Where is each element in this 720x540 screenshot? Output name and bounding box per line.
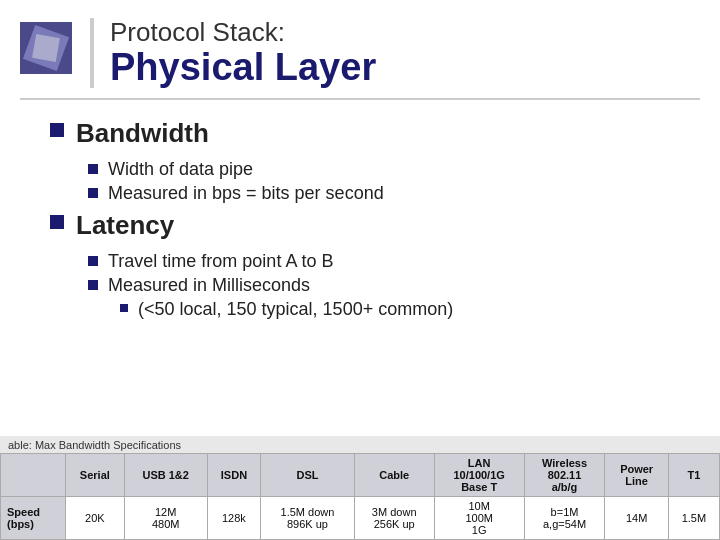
col-header-serial: Serial <box>65 454 124 497</box>
latency-label: Latency <box>76 210 174 241</box>
latency-sub-2-text: Measured in Milliseconds <box>108 275 310 296</box>
bullet-l3-marker <box>120 304 128 312</box>
cell-powerline: 14M <box>605 497 668 540</box>
latency-sub-1: Travel time from point A to B <box>88 251 690 272</box>
latency-sub-2: Measured in Milliseconds <box>88 275 690 296</box>
table-section: able: Max Bandwidth Specifications Seria… <box>0 436 720 540</box>
bandwidth-sub-1: Width of data pipe <box>88 159 690 180</box>
bandwidth-sub: Width of data pipe Measured in bps = bit… <box>88 159 690 204</box>
col-header-lan: LAN10/100/1GBase T <box>434 454 524 497</box>
bullet-l2-marker-2 <box>88 188 98 198</box>
table-row: Speed(bps) 20K 12M480M 128k 1.5M down896… <box>1 497 720 540</box>
bandwidth-sub-2: Measured in bps = bits per second <box>88 183 690 204</box>
title-main: Physical Layer <box>110 47 376 89</box>
latency-sub-3-text: (<50 local, 150 typical, 1500+ common) <box>138 299 453 320</box>
col-header-powerline: PowerLine <box>605 454 668 497</box>
bandwidth-sub-1-text: Width of data pipe <box>108 159 253 180</box>
col-header-empty <box>1 454 66 497</box>
cell-isdn: 128k <box>207 497 261 540</box>
bullet-l2-marker-lat-1 <box>88 256 98 266</box>
cell-cable: 3M down256K up <box>354 497 434 540</box>
cell-serial: 20K <box>65 497 124 540</box>
latency-sub: Travel time from point A to B Measured i… <box>88 251 690 320</box>
bullet-bandwidth: Bandwidth <box>50 118 690 149</box>
col-header-cable: Cable <box>354 454 434 497</box>
title-subtitle: Protocol Stack: <box>110 18 376 47</box>
col-header-usb: USB 1&2 <box>124 454 207 497</box>
table-caption: able: Max Bandwidth Specifications <box>0 436 720 453</box>
row-label-speed: Speed(bps) <box>1 497 66 540</box>
cell-t1: 1.5M <box>668 497 719 540</box>
latency-sub-3: (<50 local, 150 typical, 1500+ common) <box>120 299 690 320</box>
title-block: Protocol Stack: Physical Layer <box>90 18 376 88</box>
bandwidth-label: Bandwidth <box>76 118 209 149</box>
cell-wireless: b=1Ma,g=54M <box>524 497 605 540</box>
bullet-l1-marker-latency <box>50 215 64 229</box>
cell-lan: 10M100M1G <box>434 497 524 540</box>
cell-dsl: 1.5M down896K up <box>261 497 354 540</box>
col-header-t1: T1 <box>668 454 719 497</box>
logo-shape-2 <box>32 34 60 62</box>
main-content: Bandwidth Width of data pipe Measured in… <box>0 100 720 336</box>
bullet-l2-marker-lat-2 <box>88 280 98 290</box>
col-header-dsl: DSL <box>261 454 354 497</box>
header: Protocol Stack: Physical Layer <box>0 0 720 98</box>
table-header-row: Serial USB 1&2 ISDN DSL Cable LAN10/100/… <box>1 454 720 497</box>
latency-sub-1-text: Travel time from point A to B <box>108 251 333 272</box>
bandwidth-table: Serial USB 1&2 ISDN DSL Cable LAN10/100/… <box>0 453 720 540</box>
bandwidth-sub-2-text: Measured in bps = bits per second <box>108 183 384 204</box>
col-header-isdn: ISDN <box>207 454 261 497</box>
bullet-latency: Latency <box>50 210 690 241</box>
logo <box>20 22 72 74</box>
cell-usb: 12M480M <box>124 497 207 540</box>
bullet-l1-marker <box>50 123 64 137</box>
col-header-wireless: Wireless802.11a/b/g <box>524 454 605 497</box>
bullet-l2-marker-1 <box>88 164 98 174</box>
